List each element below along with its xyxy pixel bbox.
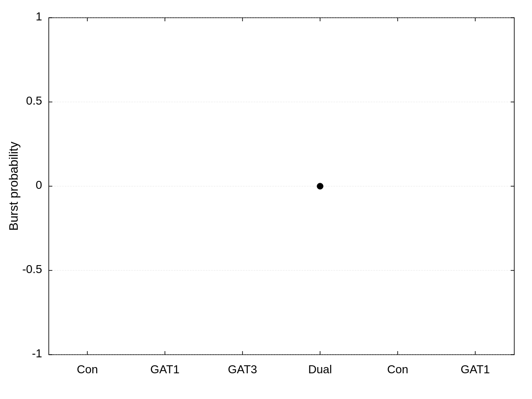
y-label-m1: -1 <box>32 347 42 360</box>
y-label-05: 0.5 <box>26 94 42 107</box>
scatter-plot: 1 0.5 0 -0.5 -1 <box>0 0 532 399</box>
x-label-con2: Con <box>387 363 408 376</box>
y-axis-label: Burst probability <box>7 142 20 231</box>
y-label-1: 1 <box>36 10 42 23</box>
chart-container: 1 0.5 0 -0.5 -1 <box>0 0 532 399</box>
y-label-0: 0 <box>36 178 42 192</box>
x-label-gat1-1: GAT1 <box>150 363 180 376</box>
data-point-dual <box>317 183 323 189</box>
y-label-m05: -0.5 <box>22 262 42 276</box>
x-label-gat1-2: GAT1 <box>461 363 490 376</box>
x-label-con1: Con <box>77 363 98 376</box>
x-label-gat3: GAT3 <box>228 363 257 376</box>
x-label-dual: Dual <box>308 363 332 376</box>
